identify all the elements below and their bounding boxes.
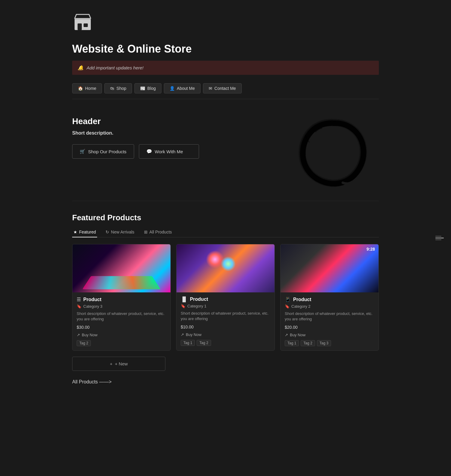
buy-now-1[interactable]: ↗ Buy Now [77, 333, 166, 337]
buy-now-label-1: Buy Now [82, 333, 97, 337]
shop-products-label: Shop Our Products [88, 149, 127, 154]
nav-blog[interactable]: 📰 Blog [134, 83, 161, 93]
nav-shop[interactable]: 🛍 Shop [104, 83, 132, 93]
product-card-1: ☰ Product 🔖 Category 3 Short description… [72, 244, 171, 351]
nav-bar: 🏠 Home 🛍 Shop 📰 Blog 👤 About Me ✉ Contac… [72, 83, 379, 99]
bookmark-icon-1: 🔖 [77, 304, 81, 309]
product-image-laptop [72, 244, 170, 292]
nav-shop-label: Shop [116, 86, 126, 91]
svg-rect-1 [78, 23, 82, 30]
hero-buttons: 🛒 Shop Our Products 💬 Work With Me [72, 144, 241, 159]
nav-home[interactable]: 🏠 Home [72, 83, 102, 93]
product-category-1: 🔖 Category 3 [77, 304, 166, 309]
tags-1: Tag 2 [77, 340, 166, 346]
product-price-1: $30.00 [77, 325, 166, 330]
new-product-button[interactable]: + + New [72, 357, 165, 371]
hero-left: Header Short description. 🛒 Shop Our Pro… [72, 117, 241, 159]
bookmark-icon-2: 🔖 [181, 304, 186, 308]
product-info-1: ☰ Product 🔖 Category 3 Short description… [72, 292, 170, 350]
nav-home-label: Home [85, 86, 96, 91]
scroll-line-1 [435, 236, 441, 236]
home-icon: 🏠 [78, 86, 83, 91]
product-price-2: $10.00 [181, 325, 270, 329]
tab-featured[interactable]: ★ Featured [72, 227, 97, 237]
product-info-2: ▐▌ Product 🔖 Category 1 Short descriptio… [176, 292, 275, 350]
all-products-link[interactable]: All Products ——> [72, 379, 379, 385]
hero-right [289, 117, 379, 189]
product-category-label-3: Category 2 [291, 304, 311, 309]
svg-rect-2 [84, 23, 88, 27]
product-name-row-2: ▐▌ Product [181, 297, 270, 302]
product-name-1: Product [83, 297, 101, 302]
work-with-me-button[interactable]: 💬 Work With Me [139, 144, 199, 159]
featured-section: Featured Products ★ Featured ↻ New Arriv… [72, 213, 379, 385]
arrow-icon-1: ↗ [77, 333, 80, 337]
product-name-row-3: 📱 Product [285, 297, 374, 302]
tab-featured-label: Featured [79, 230, 96, 234]
arrow-icon-2: ↗ [181, 332, 184, 337]
shop-icon: 🛍 [110, 86, 114, 91]
star-icon: ★ [73, 230, 77, 234]
nav-contact[interactable]: ✉ Contact Me [203, 83, 242, 93]
product-name-2: Product [190, 297, 208, 302]
product-image-phone [176, 244, 275, 292]
refresh-icon: ↻ [106, 230, 109, 234]
hero-description: Short description. [72, 130, 241, 136]
products-grid: ☰ Product 🔖 Category 3 Short description… [72, 244, 379, 351]
site-title: Website & Online Store [72, 43, 379, 55]
product-icon-3: 📱 [285, 297, 291, 302]
product-icon-1: ☰ [77, 297, 81, 302]
buy-now-3[interactable]: ↗ Buy Now [285, 333, 374, 337]
tab-new-arrivals[interactable]: ↻ New Arrivals [104, 227, 136, 237]
product-category-label-1: Category 3 [83, 304, 103, 309]
svg-rect-3 [75, 18, 91, 20]
scroll-line-2 [435, 238, 444, 238]
product-price-3: $20.00 [285, 325, 374, 330]
hero-section: Header Short description. 🛒 Shop Our Pro… [72, 108, 379, 201]
zen-circle-image [298, 117, 370, 189]
tab-all-products[interactable]: ⊞ All Products [143, 227, 173, 237]
store-icon-wrap [72, 12, 379, 34]
bookmark-icon-3: 🔖 [285, 304, 290, 309]
product-name-row-1: ☰ Product [77, 297, 166, 302]
product-image-tablet [281, 244, 379, 292]
product-info-3: 📱 Product 🔖 Category 2 Short description… [281, 292, 379, 350]
tab-all-products-label: All Products [149, 230, 172, 234]
product-category-2: 🔖 Category 1 [181, 304, 270, 308]
tabs-bar: ★ Featured ↻ New Arrivals ⊞ All Products [72, 227, 379, 237]
announcement-text: Add important updates here! [87, 65, 143, 70]
tag-3-1[interactable]: Tag 1 [285, 340, 299, 346]
buy-now-label-3: Buy Now [290, 333, 305, 337]
bell-icon: 🔔 [78, 65, 84, 71]
product-desc-3: Short description of whatever product, s… [285, 311, 374, 322]
nav-about[interactable]: 👤 About Me [164, 83, 201, 93]
tag-1-1[interactable]: Tag 2 [77, 340, 91, 346]
product-desc-2: Short description of whatever product, s… [181, 311, 270, 322]
shop-products-button[interactable]: 🛒 Shop Our Products [72, 144, 134, 159]
product-icon-2: ▐▌ [181, 297, 188, 302]
svg-rect-0 [75, 19, 91, 30]
hero-header: Header [72, 117, 241, 126]
nav-contact-label: Contact Me [214, 86, 236, 91]
store-icon [72, 12, 93, 33]
tag-3-2[interactable]: Tag 2 [301, 340, 315, 346]
blog-icon: 📰 [140, 86, 145, 91]
scroll-line-3 [435, 240, 441, 240]
tab-new-arrivals-label: New Arrivals [111, 230, 134, 234]
arrow-icon-3: ↗ [285, 333, 288, 337]
contact-icon: ✉ [209, 86, 212, 91]
tag-3-3[interactable]: Tag 3 [317, 340, 331, 346]
product-card-2: ▐▌ Product 🔖 Category 1 Short descriptio… [176, 244, 275, 351]
product-name-3: Product [293, 297, 311, 302]
work-with-me-label: Work With Me [155, 149, 183, 154]
buy-now-2[interactable]: ↗ Buy Now [181, 332, 270, 337]
tags-2: Tag 1 Tag 2 [181, 340, 270, 346]
tag-2-2[interactable]: Tag 2 [197, 340, 211, 346]
featured-products-title: Featured Products [72, 213, 379, 222]
tag-2-1[interactable]: Tag 1 [181, 340, 195, 346]
product-desc-1: Short description of whatever product, s… [77, 311, 166, 322]
nav-blog-label: Blog [147, 86, 156, 91]
new-button-label: + New [115, 361, 128, 366]
about-icon: 👤 [170, 86, 175, 91]
product-card-3: 📱 Product 🔖 Category 2 Short description… [280, 244, 379, 351]
